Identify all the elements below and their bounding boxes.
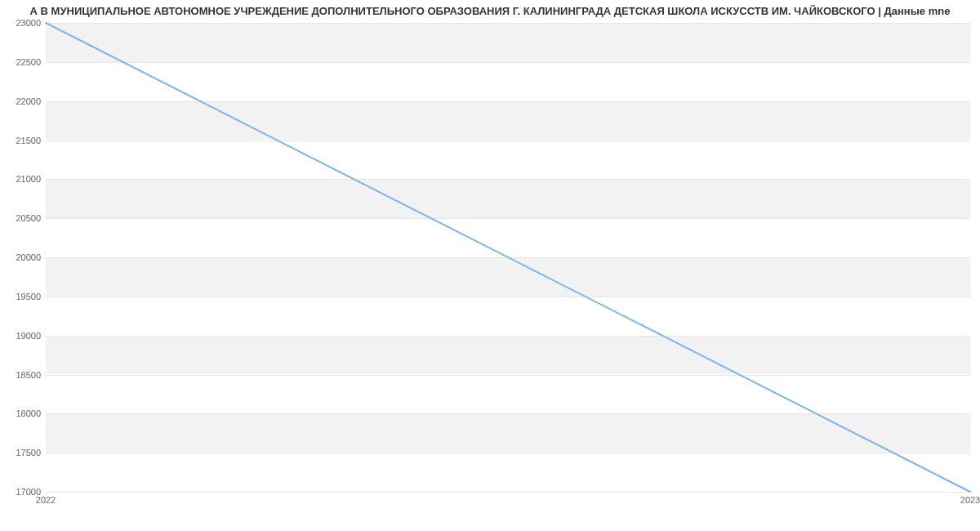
y-tick-label: 19000 <box>5 331 41 341</box>
y-tick-label: 20000 <box>5 252 41 262</box>
plot-area <box>46 23 970 492</box>
y-tick-label: 18500 <box>5 370 41 380</box>
y-tick-label: 23000 <box>5 18 41 28</box>
y-tick-label: 22500 <box>5 57 41 67</box>
grid-line <box>46 492 970 493</box>
x-tick-label: 2022 <box>36 495 56 505</box>
y-tick-label: 22000 <box>5 96 41 106</box>
y-tick-label: 20500 <box>5 213 41 223</box>
y-tick-label: 21000 <box>5 174 41 184</box>
x-tick-label: 2023 <box>960 495 980 505</box>
y-tick-label: 18000 <box>5 408 41 418</box>
y-tick-label: 21500 <box>5 136 41 145</box>
line-layer <box>46 23 970 492</box>
chart-title: А В МУНИЦИПАЛЬНОЕ АВТОНОМНОЕ УЧРЕЖДЕНИЕ … <box>0 5 980 17</box>
series-1-line <box>46 23 970 492</box>
y-tick-label: 17500 <box>5 448 41 457</box>
y-tick-label: 19500 <box>5 292 41 301</box>
